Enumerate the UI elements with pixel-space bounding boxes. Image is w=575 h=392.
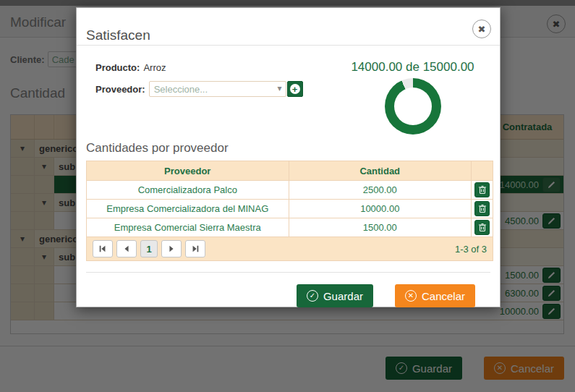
trash-icon [478, 223, 487, 232]
cantidad-cell: 2500.00 [289, 181, 471, 200]
proveedores-table: Proveedor Cantidad Comercializadora Palc… [86, 161, 493, 237]
close-icon[interactable]: ✖ [472, 20, 491, 38]
trash-icon [478, 185, 487, 195]
current-page-button[interactable]: 1 [140, 240, 158, 257]
chevron-down-icon: ▾ [278, 83, 282, 93]
delete-button[interactable] [474, 182, 490, 197]
producto-label: Producto: [95, 62, 140, 73]
cantidad-cell: 10000.00 [289, 200, 471, 218]
proveedor-column-header: Proveedor [87, 161, 289, 181]
check-circle-icon: ✓ [307, 290, 318, 302]
pagination-bar: 1 1-3 of 3 [86, 237, 493, 261]
modal-body: Producto: Arroz Proveedor: Seleccione...… [77, 46, 500, 307]
cancelar-button[interactable]: ✕ Cancelar [395, 284, 475, 307]
modal-footer: ✓ Guardar ✕ Cancelar [86, 272, 490, 307]
progress-label: 14000.00 de 15000.00 [351, 60, 474, 74]
table-row[interactable]: Empresa Comercial Sierra Maestra 1500.00 [87, 218, 493, 237]
prev-page-button[interactable] [116, 240, 137, 257]
proveedor-cell: Empresa Comercial Sierra Maestra [87, 218, 289, 237]
last-page-button[interactable] [185, 240, 205, 257]
pagination-info: 1-3 of 3 [455, 244, 487, 255]
cantidad-cell: 1500.00 [289, 218, 471, 237]
cancel-circle-icon: ✕ [405, 290, 417, 302]
last-page-icon [191, 244, 200, 253]
table-row[interactable]: Comercializadora Palco 2500.00 [87, 181, 493, 200]
proveedor-cell: Empresa Comercializadora del MINAG [87, 200, 289, 218]
satisfacen-modal: Satisfacen ✖ Producto: Arroz Proveedor: … [76, 7, 501, 307]
cantidad-column-header: Cantidad [289, 161, 471, 181]
select-placeholder: Seleccione... [154, 84, 208, 95]
delete-button[interactable] [474, 220, 490, 235]
modal-header: Satisfacen ✖ [77, 8, 500, 46]
next-page-button[interactable] [161, 240, 182, 257]
plus-circle-icon: + [290, 84, 300, 94]
guardar-button[interactable]: ✓ Guardar [297, 284, 373, 307]
producto-value: Arroz [143, 62, 166, 73]
modal-title: Satisfacen [86, 27, 150, 43]
actions-column-header [472, 161, 493, 181]
progress-chart: 14000.00 de 15000.00 [335, 55, 490, 135]
first-page-icon [98, 244, 107, 253]
add-proveedor-button[interactable]: + [287, 81, 303, 97]
proveedor-cell: Comercializadora Palco [87, 181, 289, 200]
screen: Modificar ✖ Cliente: Cantidad Contratada… [0, 0, 575, 392]
delete-button[interactable] [474, 201, 490, 216]
proveedor-label: Proveedor: [95, 84, 145, 95]
table-row[interactable]: Empresa Comercializadora del MINAG 10000… [87, 200, 493, 218]
trash-icon [478, 204, 487, 213]
donut-chart [385, 78, 441, 135]
proveedor-select[interactable]: Seleccione... ▾ [149, 81, 286, 97]
next-page-icon [167, 244, 176, 253]
prev-page-icon [122, 244, 131, 253]
cantidades-section-title: Cantidades por proveedor [86, 141, 490, 155]
first-page-button[interactable] [93, 240, 113, 257]
